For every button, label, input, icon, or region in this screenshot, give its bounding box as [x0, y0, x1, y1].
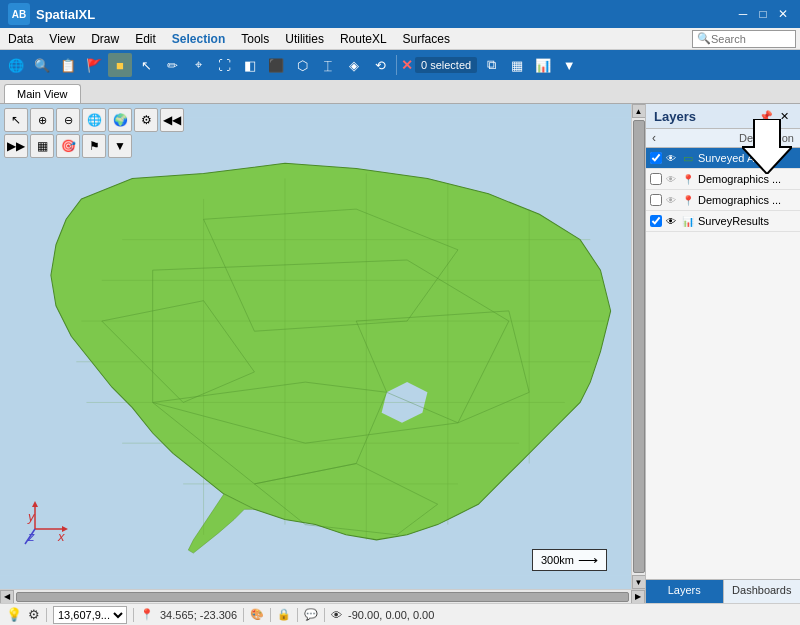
tb-select6-btn[interactable]: ◈: [342, 53, 366, 77]
layer-icon-2: 📍: [680, 171, 696, 187]
menu-view[interactable]: View: [41, 28, 83, 49]
scroll-left-btn[interactable]: ◀: [0, 590, 14, 604]
tool-zoom-out[interactable]: ⊖: [56, 108, 80, 132]
menu-utilities[interactable]: Utilities: [277, 28, 332, 49]
panel-tabs: Layers Dashboards: [646, 579, 800, 603]
tool-arrow[interactable]: ↖: [4, 108, 28, 132]
toolbar: 🌐 🔍 📋 🚩 ■ ↖ ✏ ⌖ ⛶ ◧ ⬛ ⬡ ⌶ ◈ ⟲ ✕ 0 select…: [0, 50, 800, 80]
app-logo: AB: [8, 3, 30, 25]
menu-data[interactable]: Data: [0, 28, 41, 49]
layer-cb-3[interactable]: [650, 194, 662, 206]
layer-item-survey-results[interactable]: 👁 📊 SurveyResults: [646, 211, 800, 232]
search-input[interactable]: [711, 33, 791, 45]
map-area: ↖ ⊕ ⊖ 🌐 🌍 ⚙ ◀◀ ▶▶ ▦ 🎯 ⚑ ▼: [0, 104, 645, 603]
tb-cursor-btn[interactable]: ↖: [134, 53, 158, 77]
tb-globe-btn[interactable]: 🌐: [4, 53, 28, 77]
tb-select5-btn[interactable]: ⌶: [316, 53, 340, 77]
tool-zoom-in[interactable]: ⊕: [30, 108, 54, 132]
menu-selection[interactable]: Selection: [164, 28, 233, 49]
layer-item-demographics-1[interactable]: 👁 📍 Demographics ...: [646, 169, 800, 190]
menu-edit[interactable]: Edit: [127, 28, 164, 49]
layer-cb-2[interactable]: [650, 173, 662, 185]
app-title: SpatialXL: [36, 7, 95, 22]
close-button[interactable]: ✕: [774, 5, 792, 23]
selected-count: 0 selected: [421, 59, 471, 71]
tb-select2-btn[interactable]: ◧: [238, 53, 262, 77]
layers-desc-bar: ‹ Description: [646, 129, 800, 148]
main-content: Main View ↖ ⊕ ⊖ 🌐 🌍 ⚙: [0, 80, 800, 603]
status-sep-2: [133, 608, 134, 622]
tool-target[interactable]: 🎯: [56, 134, 80, 158]
layer-item-demographics-2[interactable]: 👁 📍 Demographics ...: [646, 190, 800, 211]
status-icon-2: ⚙: [28, 607, 40, 622]
map-canvas[interactable]: ↖ ⊕ ⊖ 🌐 🌍 ⚙ ◀◀ ▶▶ ▦ 🎯 ⚑ ▼: [0, 104, 631, 589]
layer-name-1: Surveyed Areas: [698, 152, 796, 164]
layer-icon-1: ▭: [680, 150, 696, 166]
tool-next[interactable]: ▶▶: [4, 134, 28, 158]
layer-item-surveyed-areas[interactable]: 👁 ▭ Surveyed Areas: [646, 148, 800, 169]
scroll-down-btn[interactable]: ▼: [632, 575, 646, 589]
layer-vis-3: 👁: [664, 193, 678, 207]
scroll-up-btn[interactable]: ▲: [632, 104, 646, 118]
layers-header-btns: 📌 ✕: [758, 108, 792, 124]
status-sep-6: [324, 608, 325, 622]
layers-title: Layers: [654, 109, 696, 124]
tb-more-btn[interactable]: ▼: [557, 53, 581, 77]
tb-select4-btn[interactable]: ⬡: [290, 53, 314, 77]
status-msg-icon: 💬: [304, 608, 318, 621]
menu-routexl[interactable]: RouteXL: [332, 28, 395, 49]
layer-cb-1[interactable]: [650, 152, 662, 164]
tool-dropdown[interactable]: ▼: [108, 134, 132, 158]
application-window: AB SpatialXL ─ □ ✕ Data View Draw Edit S…: [0, 0, 800, 625]
tb-layers-btn[interactable]: 📋: [56, 53, 80, 77]
status-sep-4: [270, 608, 271, 622]
status-icon-1: 💡: [6, 607, 22, 622]
layers-pin-btn[interactable]: 📌: [758, 108, 774, 124]
tool-globe1[interactable]: 🌐: [82, 108, 106, 132]
menu-tools[interactable]: Tools: [233, 28, 277, 49]
status-extent: -90.00, 0.00, 0.00: [348, 609, 434, 621]
status-color-icon: 🎨: [250, 608, 264, 621]
scroll-right-btn[interactable]: ▶: [631, 590, 645, 604]
tb-table-btn[interactable]: ▦: [505, 53, 529, 77]
tool-flag[interactable]: ⚑: [82, 134, 106, 158]
layer-icon-3: 📍: [680, 192, 696, 208]
status-coord-select[interactable]: 13,607,9...: [53, 606, 127, 624]
tb-select1-btn[interactable]: ⛶: [212, 53, 236, 77]
map-svg: [0, 104, 631, 589]
status-sep-5: [297, 608, 298, 622]
layers-back-btn[interactable]: ‹: [652, 131, 656, 145]
tab-main-view[interactable]: Main View: [4, 84, 81, 103]
layers-close-btn[interactable]: ✕: [776, 108, 792, 124]
tool-settings[interactable]: ⚙: [134, 108, 158, 132]
scroll-thumb-h[interactable]: [16, 592, 629, 602]
tb-chart-btn[interactable]: 📊: [531, 53, 555, 77]
tb-pencil-btn[interactable]: ✏: [160, 53, 184, 77]
search-box[interactable]: 🔍: [692, 30, 796, 48]
tb-copy-btn[interactable]: ⧉: [479, 53, 503, 77]
tool-prev[interactable]: ◀◀: [160, 108, 184, 132]
tb-lasso-btn[interactable]: ⌖: [186, 53, 210, 77]
menu-surfaces[interactable]: Surfaces: [395, 28, 458, 49]
horizontal-scrollbar[interactable]: ◀ ▶: [0, 589, 645, 603]
tb-search-map-btn[interactable]: 🔍: [30, 53, 54, 77]
menu-draw[interactable]: Draw: [83, 28, 127, 49]
tb-x-icon: ✕: [401, 57, 413, 73]
tool-globe2[interactable]: 🌍: [108, 108, 132, 132]
layer-name-4: SurveyResults: [698, 215, 796, 227]
scroll-thumb-v[interactable]: [633, 120, 645, 573]
svg-line-15: [25, 529, 35, 544]
tool-grid[interactable]: ▦: [30, 134, 54, 158]
scale-label: 300km: [541, 554, 574, 566]
vertical-scrollbar[interactable]: ▲ ▼: [631, 104, 645, 589]
tb-square-btn[interactable]: ■: [108, 53, 132, 77]
scale-bar: 300km ⟶: [532, 549, 607, 571]
tab-layers[interactable]: Layers: [646, 580, 724, 603]
tab-dashboards[interactable]: Dashboards: [724, 580, 801, 603]
tb-flag-btn[interactable]: 🚩: [82, 53, 106, 77]
tb-select3-btn[interactable]: ⬛: [264, 53, 288, 77]
layer-cb-4[interactable]: [650, 215, 662, 227]
maximize-button[interactable]: □: [754, 5, 772, 23]
tb-select7-btn[interactable]: ⟲: [368, 53, 392, 77]
minimize-button[interactable]: ─: [734, 5, 752, 23]
